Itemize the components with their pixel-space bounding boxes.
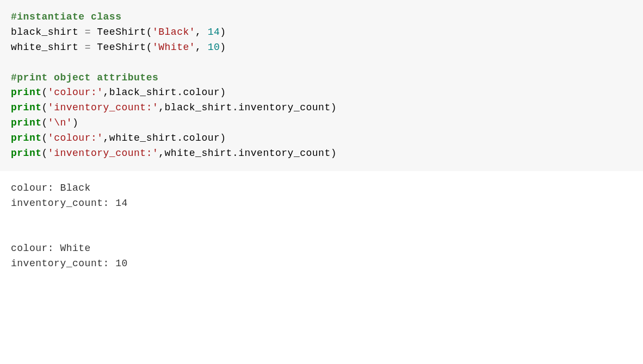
output-line: colour: White bbox=[11, 241, 632, 256]
code-text: ) bbox=[72, 117, 78, 128]
code-text: , bbox=[195, 27, 208, 37]
code-text: ,white_shirt.colour) bbox=[103, 133, 226, 143]
output-blank bbox=[11, 227, 632, 242]
code-comment: #print object attributes bbox=[11, 72, 158, 83]
code-text: ( bbox=[42, 117, 48, 128]
code-text: white_shirt bbox=[11, 42, 85, 53]
output-line: inventory_count: 14 bbox=[11, 196, 632, 211]
code-string: 'colour:' bbox=[48, 133, 103, 143]
code-builtin: print bbox=[11, 117, 42, 128]
code-builtin: print bbox=[11, 87, 42, 98]
output-cell: colour: Blackinventory_count: 14 colour:… bbox=[0, 171, 643, 281]
code-text: ( bbox=[42, 133, 48, 143]
code-text: ,black_shirt.inventory_count) bbox=[158, 102, 337, 113]
code-text: , bbox=[195, 42, 208, 53]
code-text: ,black_shirt.colour) bbox=[103, 87, 226, 98]
code-string: 'Black' bbox=[152, 27, 195, 37]
code-comment: #instantiate class bbox=[11, 11, 121, 22]
code-number: 10 bbox=[208, 42, 220, 53]
code-builtin: print bbox=[11, 133, 42, 143]
code-operator: = bbox=[85, 42, 91, 53]
code-operator: = bbox=[85, 27, 91, 37]
code-text: TeeShirt( bbox=[91, 27, 152, 37]
code-text: ) bbox=[220, 42, 226, 53]
code-string: 'White' bbox=[152, 42, 195, 53]
code-string: 'inventory_count:' bbox=[48, 102, 158, 113]
code-number: 14 bbox=[208, 27, 220, 37]
code-text: ( bbox=[42, 102, 48, 113]
code-string: 'colour:' bbox=[48, 87, 103, 98]
output-line: inventory_count: 10 bbox=[11, 256, 632, 272]
code-builtin: print bbox=[11, 102, 42, 113]
output-blank bbox=[11, 211, 632, 227]
output-line: colour: Black bbox=[11, 181, 632, 196]
code-cell: #instantiate classblack_shirt = TeeShirt… bbox=[0, 0, 643, 171]
code-string: 'inventory_count:' bbox=[48, 148, 158, 159]
code-text: ) bbox=[220, 27, 226, 37]
code-builtin: print bbox=[11, 148, 42, 159]
code-text: ,white_shirt.inventory_count) bbox=[158, 148, 337, 159]
code-string: '\n' bbox=[48, 117, 72, 128]
code-text: ( bbox=[42, 148, 48, 159]
code-content: #instantiate classblack_shirt = TeeShirt… bbox=[11, 10, 632, 161]
code-text: TeeShirt( bbox=[91, 42, 152, 53]
code-text: black_shirt bbox=[11, 27, 85, 37]
output-content: colour: Blackinventory_count: 14 colour:… bbox=[11, 181, 632, 272]
code-text: ( bbox=[42, 87, 48, 98]
